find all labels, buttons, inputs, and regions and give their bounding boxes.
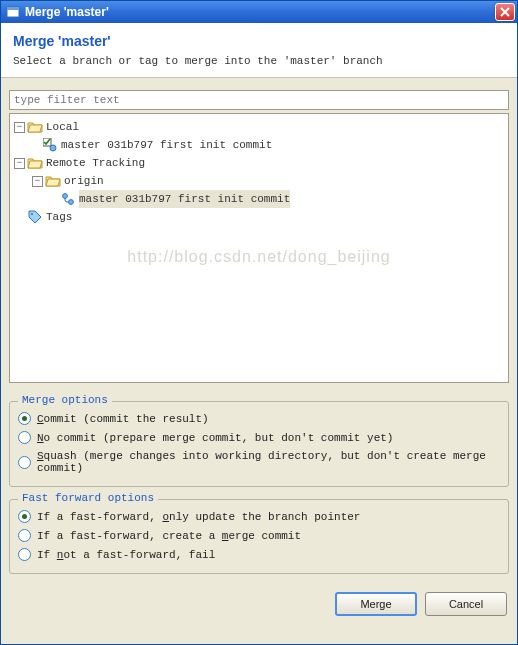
radio-no-commit[interactable]: No commit (prepare merge commit, but don… bbox=[18, 431, 500, 444]
collapse-icon[interactable]: − bbox=[14, 158, 25, 169]
radio-icon bbox=[18, 456, 31, 469]
branch-tree[interactable]: − Local master 031b797 first init commit… bbox=[9, 113, 509, 383]
radio-label: Squash (merge changes into working direc… bbox=[37, 450, 500, 474]
radio-label: If not a fast-forward, fail bbox=[37, 549, 215, 561]
radio-ff-only[interactable]: If not a fast-forward, fail bbox=[18, 548, 500, 561]
tree-label: Remote Tracking bbox=[46, 154, 145, 172]
group-title: Merge options bbox=[18, 394, 112, 406]
folder-open-icon bbox=[27, 156, 43, 170]
dialog-header: Merge 'master' Select a branch or tag to… bbox=[1, 23, 517, 78]
tree-node-remote[interactable]: − Remote Tracking bbox=[12, 154, 506, 172]
radio-icon bbox=[18, 412, 31, 425]
tree-item-label: master 031b797 first init commit bbox=[79, 190, 290, 208]
collapse-icon[interactable]: − bbox=[32, 176, 43, 187]
radio-ff[interactable]: If a fast-forward, only update the branc… bbox=[18, 510, 500, 523]
tree-label: Tags bbox=[46, 208, 72, 226]
svg-point-4 bbox=[63, 194, 68, 199]
merge-options-group: Merge options Commit (commit the result)… bbox=[9, 401, 509, 487]
filter-input[interactable] bbox=[9, 90, 509, 110]
radio-icon bbox=[18, 548, 31, 561]
tree-item-label: master 031b797 first init commit bbox=[61, 136, 272, 154]
cancel-button[interactable]: Cancel bbox=[425, 592, 507, 616]
tags-icon bbox=[27, 210, 43, 224]
tree-label: origin bbox=[64, 172, 104, 190]
merge-dialog: Merge 'master' Merge 'master' Select a b… bbox=[0, 0, 518, 645]
close-button[interactable] bbox=[495, 3, 515, 21]
tree-node-local-branch[interactable]: master 031b797 first init commit bbox=[12, 136, 506, 154]
app-icon bbox=[5, 4, 21, 20]
dialog-body: − Local master 031b797 first init commit… bbox=[1, 78, 517, 395]
radio-icon bbox=[18, 529, 31, 542]
tree-node-remote-branch[interactable]: master 031b797 first init commit bbox=[12, 190, 506, 208]
page-title: Merge 'master' bbox=[13, 33, 505, 49]
merge-button[interactable]: Merge bbox=[335, 592, 417, 616]
titlebar-text: Merge 'master' bbox=[25, 5, 495, 19]
radio-icon bbox=[18, 510, 31, 523]
page-subtitle: Select a branch or tag to merge into the… bbox=[13, 55, 505, 67]
radio-label: If a fast-forward, only update the branc… bbox=[37, 511, 360, 523]
tree-node-local[interactable]: − Local bbox=[12, 118, 506, 136]
svg-point-6 bbox=[31, 213, 33, 215]
svg-point-3 bbox=[50, 145, 56, 151]
radio-squash[interactable]: Squash (merge changes into working direc… bbox=[18, 450, 500, 474]
button-bar: Merge Cancel bbox=[1, 580, 517, 628]
titlebar: Merge 'master' bbox=[1, 1, 517, 23]
folder-open-icon bbox=[27, 120, 43, 134]
tree-label: Local bbox=[46, 118, 79, 136]
group-title: Fast forward options bbox=[18, 492, 158, 504]
radio-label: If a fast-forward, create a merge commit bbox=[37, 530, 301, 542]
tree-node-origin[interactable]: − origin bbox=[12, 172, 506, 190]
radio-label: Commit (commit the result) bbox=[37, 413, 209, 425]
tree-node-tags[interactable]: Tags bbox=[12, 208, 506, 226]
folder-open-icon bbox=[45, 174, 61, 188]
svg-rect-1 bbox=[7, 7, 19, 10]
radio-commit[interactable]: Commit (commit the result) bbox=[18, 412, 500, 425]
collapse-icon[interactable]: − bbox=[14, 122, 25, 133]
radio-no-ff[interactable]: If a fast-forward, create a merge commit bbox=[18, 529, 500, 542]
branch-icon bbox=[60, 192, 76, 206]
fast-forward-options-group: Fast forward options If a fast-forward, … bbox=[9, 499, 509, 574]
watermark-text: http://blog.csdn.net/dong_beijing bbox=[10, 248, 508, 266]
checked-branch-icon bbox=[42, 138, 58, 152]
radio-icon bbox=[18, 431, 31, 444]
svg-point-5 bbox=[69, 200, 74, 205]
radio-label: No commit (prepare merge commit, but don… bbox=[37, 432, 393, 444]
